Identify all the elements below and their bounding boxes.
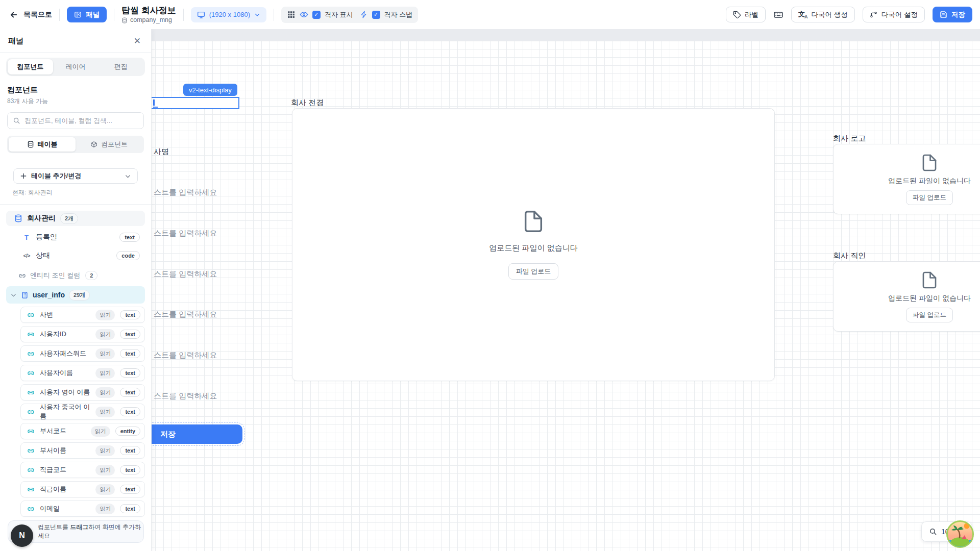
tag-icon [733,11,741,18]
label-button[interactable]: 라벨 [726,7,766,22]
column-label: 사용자이름 [40,368,90,378]
text-input-placeholder-fragment[interactable]: 스트를 입력하세요 [154,269,217,280]
segment-components[interactable]: 컴포넌트 [76,137,142,152]
text-input-placeholder-fragment[interactable]: 스트를 입력하세요 [154,310,217,320]
text-input-placeholder-fragment[interactable]: 스트를 입력하세요 [154,188,217,198]
column-type-badge: text [120,407,140,416]
i18n-generate-button[interactable]: 文A 다국어 생성 [791,7,855,22]
toolbar: 목록으로 패널 탑씰 회사정보 company_mng (980 x 551… [0,0,980,29]
translate-icon: 文A [798,10,807,19]
search-input[interactable] [24,117,138,124]
column-type-badge: text [120,330,140,339]
panel-toggle-button[interactable]: 패널 [67,7,107,22]
column-type-badge: entity [115,427,140,436]
text-input-placeholder-fragment[interactable]: 스트를 입력하세요 [154,229,217,239]
keyboard-shortcuts-icon[interactable] [773,10,783,20]
column-label: 부서이름 [40,446,90,455]
table-column-row[interactable]: T 등록일 text [6,230,145,244]
joined-columns: 사번 읽기 text 사용자ID 읽기 text 사용자패스워드 [6,307,145,517]
column-type-badge: text [120,504,140,513]
column-label: 사용자패스워드 [40,349,90,358]
arrow-left-icon [9,10,18,19]
i18n-settings-button[interactable]: 다국어 설정 [863,7,925,22]
tree-row-user-info-table[interactable]: user_info 29개 [6,286,145,304]
column-label: 이메일 [40,504,90,513]
column-type-badge: text [120,368,140,378]
link-icon [18,272,26,280]
tab-edit[interactable]: 편집 [98,59,143,74]
chevron-down-icon [254,12,260,18]
page-title-block: 탑씰 회사정보 company_mng [121,5,176,24]
joined-column-row[interactable]: 이메일 읽기 text [20,500,145,517]
column-label: 사용자 영어 이름 [40,388,90,397]
read-only-badge: 읽기 [91,426,110,437]
company-name-label-fragment: 사명 [154,147,169,157]
joined-column-row[interactable]: 사용자패스워드 읽기 text [20,345,145,362]
form-save-button[interactable]: 저장 [147,424,242,444]
grid-snap-label: 격자 스냅 [384,10,413,19]
add-table-button[interactable]: 테이블 추가/변경 [13,168,138,184]
database-icon [27,141,34,148]
link-icon [27,447,35,455]
panel-tabs: 컴포넌트 레이어 편집 [6,58,145,76]
company-logo-upload-card[interactable]: 업로드된 파일이 없습니다 파일 업로드 [833,144,980,214]
joined-column-row[interactable]: 사용자이름 읽기 text [20,365,145,381]
joined-column-row[interactable]: 사용자 중국어 이름 읽기 text [20,404,145,420]
joined-column-row[interactable]: 사용자ID 읽기 text [20,326,145,342]
joined-column-row[interactable]: 부서코드 읽기 entity [20,423,145,439]
screen-size-dropdown[interactable]: (980 x 551) [191,7,266,22]
back-to-list-button[interactable]: 목록으로 [9,10,52,19]
tab-components[interactable]: 컴포넌트 [8,59,53,74]
read-only-badge: 읽기 [95,368,115,379]
read-only-badge: 읽기 [95,329,115,340]
tab-layers[interactable]: 레이어 [53,59,99,74]
column-label: 등록일 [36,233,114,242]
entity-join-section[interactable]: 엔티티 조인 컬럼 2 [6,271,145,280]
segment-tables[interactable]: 테이블 [9,137,76,152]
joined-column-row[interactable]: 사용자 영어 이름 읽기 text [20,384,145,400]
file-icon [920,271,939,289]
read-only-badge: 읽기 [95,465,115,475]
file-upload-button[interactable]: 파일 업로드 [906,190,953,205]
column-label: 사용자ID [40,330,90,339]
chevron-down-icon [10,292,17,298]
app-root: v2-text-display 사명 스트를 입력하세요스트를 입력하세요스트를… [0,0,980,551]
current-table-text: 현재: 회사관리 [12,188,151,197]
column-type-badge: text [120,465,140,474]
save-icon [940,11,947,18]
column-label: 직급이름 [40,485,90,494]
company-seal-upload-card[interactable]: 업로드된 파일이 없습니다 파일 업로드 [833,261,980,332]
upload-empty-text: 업로드된 파일이 없습니다 [888,177,971,186]
tree-row-company-table[interactable]: 회사관리 2개 [6,211,145,226]
panel-left-icon [74,11,82,18]
island-avatar-icon[interactable] [946,520,974,548]
company-view-upload-card[interactable]: 업로드된 파일이 없습니다 파일 업로드 [292,108,775,381]
file-upload-button[interactable]: 파일 업로드 [906,308,953,322]
component-search[interactable] [7,112,144,129]
link-icon [27,408,35,416]
entity-join-label: 엔티티 조인 컬럼 [30,271,80,280]
joined-column-row[interactable]: 부서이름 읽기 text [20,442,145,459]
text-input-placeholder-fragment[interactable]: 스트를 입력하세요 [154,350,217,361]
link-icon [27,486,35,493]
grid-show-label: 격자 표시 [325,10,353,19]
column-type-icon: </> [23,253,30,259]
close-icon[interactable]: ✕ [132,36,143,46]
database-icon [14,214,22,222]
file-upload-button[interactable]: 파일 업로드 [508,263,559,280]
save-button[interactable]: 저장 [933,7,972,22]
column-label: 직급코드 [40,465,90,474]
joined-column-row[interactable]: 사번 읽기 text [20,307,145,323]
selected-text-display-component[interactable] [147,97,239,109]
grid-show-checkbox[interactable]: ✓ [312,11,321,19]
column-type-badge: text [120,485,140,494]
table-columns: T 등록일 text </> 상태 code [6,230,145,263]
joined-table-name: user_info [33,291,65,299]
grid-snap-checkbox[interactable]: ✓ [372,11,380,19]
text-input-placeholder-fragment[interactable]: 스트를 입력하세요 [154,391,217,402]
table-column-row[interactable]: </> 상태 code [6,248,145,263]
joined-column-row[interactable]: 직급이름 읽기 text [20,481,145,497]
eye-icon[interactable] [300,10,308,19]
joined-column-row[interactable]: 직급코드 읽기 text [20,462,145,478]
column-label: 사용자 중국어 이름 [40,403,90,421]
